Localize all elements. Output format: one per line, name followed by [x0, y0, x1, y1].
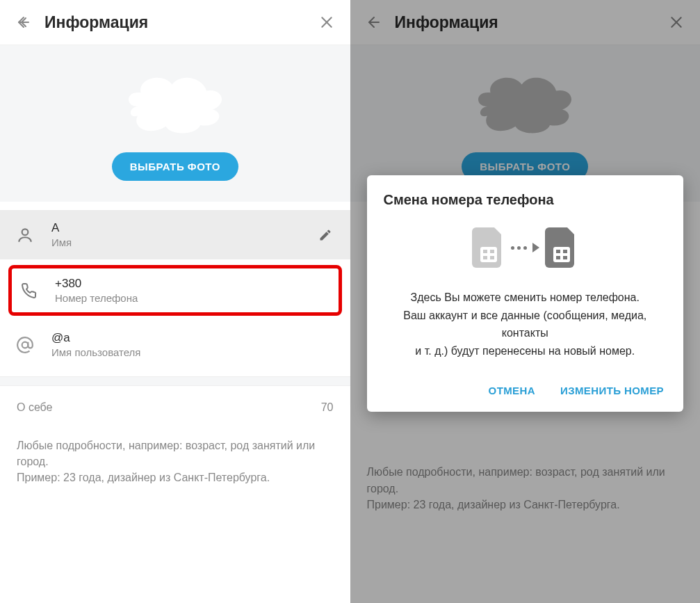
svg-rect-16 [563, 256, 567, 259]
bio-placeholder[interactable]: Любые подробности, например: возраст, ро… [0, 418, 350, 497]
bio-line2: Пример: 23 года, дизайнер из Санкт-Петер… [17, 469, 334, 485]
phone-highlight: +380 Номер телефона [8, 265, 342, 316]
svg-point-3 [22, 229, 29, 235]
svg-rect-8 [483, 250, 487, 253]
name-label: Имя [51, 236, 335, 248]
choose-photo-button[interactable]: ВЫБРАТЬ ФОТО [112, 152, 238, 181]
close-icon [320, 15, 334, 29]
close-icon [669, 15, 683, 29]
sim-new-icon [545, 227, 578, 268]
svg-rect-10 [483, 256, 487, 259]
header: Информация [350, 0, 701, 45]
at-icon [15, 336, 35, 354]
bio-line2: Пример: 23 года, дизайнер из Санкт-Петер… [367, 497, 684, 513]
svg-rect-13 [556, 250, 560, 253]
bio-line1: Любые подробности, например: возраст, ро… [367, 464, 684, 496]
phone-label: Номер телефона [55, 292, 332, 304]
divider [0, 376, 350, 386]
svg-rect-14 [563, 250, 567, 253]
photo-section: ВЫБРАТЬ ФОТО [0, 45, 350, 202]
close-button[interactable] [667, 13, 686, 32]
modal-actions: ОТМЕНА ИЗМЕНИТЬ НОМЕР [384, 379, 667, 402]
dots-icon [511, 246, 527, 250]
sim-old-icon [472, 227, 505, 268]
svg-point-4 [22, 341, 29, 348]
modal-body-l3: и т. д.) будут перенесены на новый номер… [384, 342, 667, 360]
right-panel: Информация ВЫБРАТЬ ФОТО Любые подробност… [350, 0, 701, 603]
back-button[interactable] [14, 13, 33, 32]
cancel-button[interactable]: ОТМЕНА [486, 379, 538, 402]
header-title: Информация [395, 13, 656, 32]
header: Информация [0, 0, 350, 45]
modal-body: Здесь Вы можете сменить номер телефона. … [384, 289, 667, 360]
svg-rect-15 [556, 256, 560, 259]
back-arrow-icon [15, 14, 32, 31]
change-number-button[interactable]: ИЗМЕНИТЬ НОМЕР [557, 379, 667, 402]
profile-photo-placeholder [113, 62, 238, 138]
name-value: А [51, 221, 335, 235]
username-row[interactable]: @а Имя пользователя [0, 320, 350, 369]
header-title: Информация [44, 13, 306, 32]
phone-row[interactable]: +380 Номер телефона [12, 268, 339, 312]
modal-body-l2: Ваш аккаунт и все данные (сообщения, мед… [384, 307, 667, 342]
sim-transfer-graphic [384, 227, 667, 268]
username-label: Имя пользователя [51, 346, 335, 358]
change-phone-modal: Смена номера телефона Здесь Вы можете см… [367, 175, 684, 412]
person-icon [15, 226, 35, 244]
modal-title: Смена номера телефона [384, 192, 667, 208]
divider [0, 202, 350, 210]
name-row[interactable]: А Имя [0, 210, 350, 259]
back-arrow-icon [366, 14, 382, 31]
edit-name-button[interactable] [316, 225, 335, 245]
bio-count: 70 [321, 401, 334, 414]
username-value: @а [51, 331, 335, 345]
bio-header: О себе 70 [0, 386, 350, 418]
close-button[interactable] [317, 13, 336, 32]
bio-line1: Любые подробности, например: возраст, ро… [17, 437, 334, 469]
back-button[interactable] [364, 13, 384, 32]
svg-rect-11 [490, 256, 494, 259]
svg-rect-12 [553, 247, 570, 262]
pencil-icon [318, 228, 332, 242]
arrow-icon [532, 243, 539, 252]
modal-body-l1: Здесь Вы можете сменить номер телефона. [384, 289, 667, 307]
svg-rect-9 [490, 250, 494, 253]
bio-title: О себе [17, 401, 53, 414]
bio-placeholder: Любые подробности, например: возраст, ро… [350, 444, 701, 603]
phone-icon [19, 282, 38, 299]
profile-photo-placeholder [462, 62, 587, 138]
phone-value: +380 [55, 277, 332, 291]
svg-rect-7 [480, 247, 497, 262]
left-panel: Информация ВЫБРАТЬ ФОТО А Имя +380 [0, 0, 350, 603]
